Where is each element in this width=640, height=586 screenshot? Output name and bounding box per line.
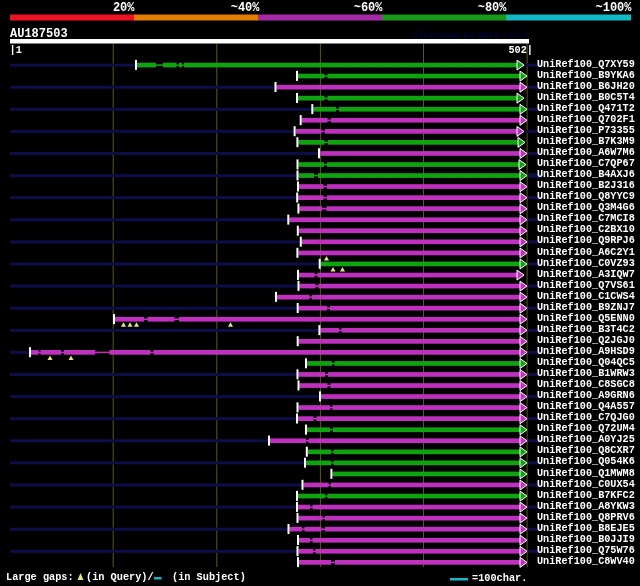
- svg-text:UniRef100_B9ZNJ7: UniRef100_B9ZNJ7: [537, 302, 635, 313]
- svg-text:~40%: ~40%: [231, 1, 261, 15]
- svg-text:UniRef100_P73355: UniRef100_P73355: [537, 125, 635, 136]
- svg-text:UniRef100_Q04QC5: UniRef100_Q04QC5: [537, 357, 635, 368]
- svg-text:UniRef100_B9YKA6: UniRef100_B9YKA6: [537, 70, 635, 81]
- svg-text:AU187503: AU187503: [10, 27, 68, 41]
- svg-text:UniRef100_C7MCI8: UniRef100_C7MCI8: [537, 213, 635, 224]
- svg-text:UniRef100_Q75W76: UniRef100_Q75W76: [537, 545, 635, 556]
- svg-text:UniRef100_B0C5T4: UniRef100_B0C5T4: [537, 92, 635, 103]
- svg-text:UniRef100_B3T4C2: UniRef100_B3T4C2: [537, 324, 635, 335]
- svg-text:UniRef100_C7QP67: UniRef100_C7QP67: [537, 158, 635, 169]
- svg-text:UniRef100_B8EJE5: UniRef100_B8EJE5: [537, 523, 635, 534]
- svg-text:UniRef100_Q8CXR7: UniRef100_Q8CXR7: [537, 445, 635, 456]
- svg-text:UniRef100_C0UX54: UniRef100_C0UX54: [537, 479, 635, 490]
- svg-text:UniRef100_A9HSD9: UniRef100_A9HSD9: [537, 346, 635, 357]
- svg-text:UniRef100_Q054K6: UniRef100_Q054K6: [537, 456, 635, 467]
- svg-text:UniRef100_B0JJI9: UniRef100_B0JJI9: [537, 534, 635, 545]
- svg-text:UniRef100_C0VZ93: UniRef100_C0VZ93: [537, 258, 635, 269]
- svg-text:UniRef100_A8YKW3: UniRef100_A8YKW3: [537, 501, 635, 512]
- svg-text:UniRef100_C7QJG0: UniRef100_C7QJG0: [537, 412, 635, 423]
- svg-text:UniRef100_A6W7M6: UniRef100_A6W7M6: [537, 147, 635, 158]
- svg-text:~80%: ~80%: [478, 1, 508, 15]
- svg-text:(in Query)/: (in Query)/: [86, 571, 154, 583]
- svg-text:UniRef100_A6C2Y1: UniRef100_A6C2Y1: [537, 247, 635, 258]
- svg-text:UniRef100_C1CWS4: UniRef100_C1CWS4: [537, 291, 635, 302]
- svg-text:|1: |1: [10, 44, 22, 56]
- svg-text:UniRef100_Q7VS61: UniRef100_Q7VS61: [537, 280, 635, 291]
- svg-text:~60%: ~60%: [354, 1, 384, 15]
- svg-text:UniRef100_A3IQW7: UniRef100_A3IQW7: [537, 269, 635, 280]
- svg-text:UniRef100_Q8YYC9: UniRef100_Q8YYC9: [537, 191, 635, 202]
- svg-text:=100char.: =100char.: [472, 572, 527, 584]
- svg-text:UniRef100_Q2JGJ0: UniRef100_Q2JGJ0: [537, 335, 635, 346]
- svg-text:UniRef100_Q9RPJ6: UniRef100_Q9RPJ6: [537, 235, 635, 246]
- svg-text:UniRef100_B7KFC2: UniRef100_B7KFC2: [537, 490, 635, 501]
- svg-text:UniRef100_Q7XY59: UniRef100_Q7XY59: [537, 59, 635, 70]
- svg-text:UniRef100_C8SGC8: UniRef100_C8SGC8: [537, 379, 635, 390]
- svg-text:UniRef100_B7K3M9: UniRef100_B7K3M9: [537, 136, 635, 147]
- svg-text:UniRef100_C8WV40: UniRef100_C8WV40: [537, 556, 635, 567]
- svg-text:UniRef100_Q702F1: UniRef100_Q702F1: [537, 114, 635, 125]
- svg-text:UniRef100_Q1MWM8: UniRef100_Q1MWM8: [537, 468, 635, 479]
- svg-text:UniRef100_B6JH20: UniRef100_B6JH20: [537, 81, 635, 92]
- svg-text:UniRef100_Q8PRV6: UniRef100_Q8PRV6: [537, 512, 635, 523]
- svg-text:UniRef100_Q72UM4: UniRef100_Q72UM4: [537, 423, 635, 434]
- svg-text:UniRef100_Q3M4G6: UniRef100_Q3M4G6: [537, 202, 635, 213]
- svg-text:UniRef100_B2J316: UniRef100_B2J316: [537, 180, 635, 191]
- svg-text:502|: 502|: [508, 44, 533, 56]
- svg-text:UniRef100_A9GRN6: UniRef100_A9GRN6: [537, 390, 635, 401]
- svg-text:UniRef100_A0YJ25: UniRef100_A0YJ25: [537, 434, 635, 445]
- svg-text:UniRef100_Q4A557: UniRef100_Q4A557: [537, 401, 635, 412]
- svg-text:20%: 20%: [113, 1, 135, 15]
- svg-text:~100%: ~100%: [595, 1, 632, 15]
- svg-text:Large gaps:: Large gaps:: [6, 571, 80, 583]
- svg-text:UniRef100_Q471T2: UniRef100_Q471T2: [537, 103, 635, 114]
- svg-text:(in Subject): (in Subject): [172, 571, 246, 583]
- svg-text:UniRef100_B1WRW3: UniRef100_B1WRW3: [537, 368, 635, 379]
- svg-text:UniRef100_B4AXJ6: UniRef100_B4AXJ6: [537, 169, 635, 180]
- svg-text:UniRef100_Q5ENN0: UniRef100_Q5ENN0: [537, 313, 635, 324]
- svg-text:UniRef100_C2BX10: UniRef100_C2BX10: [537, 224, 635, 235]
